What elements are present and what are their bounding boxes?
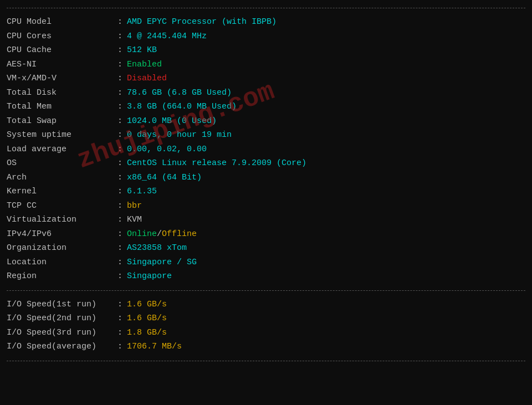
bottom-divider (7, 361, 525, 361)
row-value: 4 @ 2445.404 MHz (127, 29, 207, 44)
table-row: Total Disk : 78.6 GB (6.8 GB Used) (7, 86, 525, 100)
row-colon: : (117, 100, 122, 114)
row-value: 3.8 GB (664.0 MB Used) (127, 100, 237, 114)
table-row: Load average : 0.00, 0.02, 0.00 (7, 142, 525, 157)
table-row: I/O Speed(2nd run) : 1.6 GB/s (7, 311, 525, 326)
row-value: KVM (127, 213, 142, 227)
row-value: 512 KB (127, 43, 157, 58)
row-colon: : (117, 227, 122, 242)
row-label: Total Disk (7, 86, 117, 100)
row-colon: : (117, 311, 122, 326)
row-label: Organization (7, 241, 117, 255)
table-row: Virtualization : KVM (7, 213, 525, 227)
table-row: Total Mem : 3.8 GB (664.0 MB Used) (7, 100, 525, 114)
row-value: Disabled (127, 71, 167, 86)
row-colon: : (117, 114, 122, 129)
row-value: Singapore (127, 269, 172, 284)
row-label: CPU Model (7, 15, 117, 29)
row-value: Enabled (127, 58, 162, 72)
row-value-part: Online (127, 227, 157, 242)
row-label: Total Mem (7, 100, 117, 114)
row-colon: : (117, 171, 122, 185)
table-row: OS : CentOS Linux release 7.9.2009 (Core… (7, 156, 525, 171)
row-label: Virtualization (7, 213, 117, 227)
table-row: Region : Singapore (7, 269, 525, 284)
table-row: IPv4/IPv6 : Online / Offline (7, 227, 525, 242)
row-value: 1.6 GB/s (127, 298, 167, 312)
row-colon: : (117, 340, 122, 354)
row-label: I/O Speed(3rd run) (7, 326, 117, 340)
row-label: TCP CC (7, 199, 117, 213)
table-row: CPU Cores : 4 @ 2445.404 MHz (7, 29, 525, 44)
row-colon: : (117, 241, 122, 255)
row-label: AES-NI (7, 58, 117, 72)
table-row: Arch : x86_64 (64 Bit) (7, 171, 525, 185)
table-row: I/O Speed(1st run) : 1.6 GB/s (7, 298, 525, 312)
system-info-section: CPU Model : AMD EPYC Processor (with IBP… (7, 12, 525, 287)
table-row: Location : Singapore / SG (7, 255, 525, 270)
table-row: TCP CC : bbr (7, 199, 525, 213)
table-row: Organization : AS23858 xTom (7, 241, 525, 255)
row-label: Region (7, 269, 117, 284)
table-row: System uptime : 0 days, 0 hour 19 min (7, 128, 525, 142)
row-value: AS23858 xTom (127, 241, 187, 255)
row-value: 78.6 GB (6.8 GB Used) (127, 86, 232, 100)
row-colon: : (117, 298, 122, 312)
table-row: CPU Model : AMD EPYC Processor (with IBP… (7, 15, 525, 29)
row-label: OS (7, 156, 117, 171)
row-label: I/O Speed(average) (7, 340, 117, 354)
row-colon: : (117, 86, 122, 100)
table-row: CPU Cache : 512 KB (7, 43, 525, 58)
row-colon: : (117, 71, 122, 86)
row-colon: : (117, 184, 122, 199)
row-colon: : (117, 255, 122, 270)
row-value: 1.8 GB/s (127, 326, 167, 340)
row-value: 0.00, 0.02, 0.00 (127, 142, 207, 157)
table-row: VM-x/AMD-V : Disabled (7, 71, 525, 86)
table-row: Total Swap : 1024.0 MB (0 Used) (7, 114, 525, 129)
row-colon: : (117, 326, 122, 340)
table-row: I/O Speed(average) : 1706.7 MB/s (7, 340, 525, 354)
row-label: System uptime (7, 128, 117, 142)
row-colon: : (117, 269, 122, 284)
row-colon: : (117, 43, 122, 58)
io-speed-section: I/O Speed(1st run) : 1.6 GB/sI/O Speed(2… (7, 294, 525, 357)
row-value-part: Offline (162, 227, 197, 242)
row-colon: : (117, 29, 122, 44)
row-label: Total Swap (7, 114, 117, 129)
row-label: CPU Cache (7, 43, 117, 58)
row-label: CPU Cores (7, 29, 117, 44)
row-value: 1706.7 MB/s (127, 340, 182, 354)
row-value: bbr (127, 199, 142, 213)
mid-divider (7, 290, 525, 291)
row-value: 0 days, 0 hour 19 min (127, 128, 232, 142)
table-row: I/O Speed(3rd run) : 1.8 GB/s (7, 326, 525, 340)
table-row: Kernel : 6.1.35 (7, 184, 525, 199)
row-value: CentOS Linux release 7.9.2009 (Core) (127, 156, 306, 171)
row-label: I/O Speed(1st run) (7, 298, 117, 312)
row-value: 1024.0 MB (0 Used) (127, 114, 217, 129)
row-value-part: / (157, 227, 162, 242)
row-value: Singapore / SG (127, 255, 197, 270)
table-row: AES-NI : Enabled (7, 58, 525, 72)
row-label: Arch (7, 171, 117, 185)
row-colon: : (117, 15, 122, 29)
row-colon: : (117, 213, 122, 227)
row-colon: : (117, 142, 122, 157)
row-colon: : (117, 128, 122, 142)
row-label: VM-x/AMD-V (7, 71, 117, 86)
row-value: x86_64 (64 Bit) (127, 171, 202, 185)
row-value: 6.1.35 (127, 184, 157, 199)
row-colon: : (117, 58, 122, 72)
row-label: Location (7, 255, 117, 270)
row-colon: : (117, 199, 122, 213)
row-value: 1.6 GB/s (127, 311, 167, 326)
row-label: IPv4/IPv6 (7, 227, 117, 242)
row-label: Load average (7, 142, 117, 157)
top-divider (7, 8, 525, 8)
row-colon: : (117, 156, 122, 171)
row-label: I/O Speed(2nd run) (7, 311, 117, 326)
main-container: zhujiping.com CPU Model : AMD EPYC Proce… (0, 0, 532, 369)
row-value: AMD EPYC Processor (with IBPB) (127, 15, 277, 29)
row-label: Kernel (7, 184, 117, 199)
